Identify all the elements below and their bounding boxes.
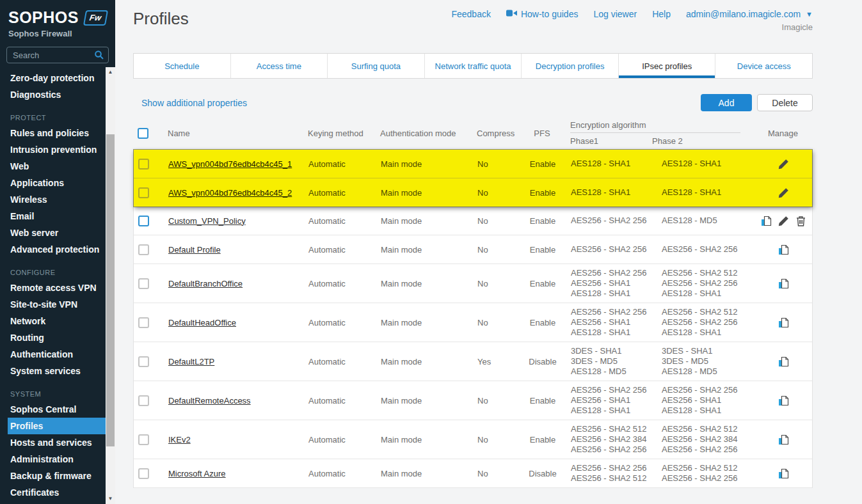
copy-icon[interactable] [778, 395, 789, 406]
copy-icon[interactable] [761, 216, 772, 226]
sidebar-item-backup-firmware[interactable]: Backup & firmware [8, 468, 106, 484]
tab-device-access[interactable]: Device access [715, 54, 812, 78]
profile-name-link[interactable]: DefaultRemoteAccess [168, 396, 251, 406]
copy-icon[interactable] [778, 434, 789, 445]
edit-icon[interactable] [778, 216, 789, 226]
table-row: DefaultRemoteAccessAutomaticMain modeNoE… [134, 381, 812, 420]
tab-schedule[interactable]: Schedule [134, 54, 231, 78]
how-to-guides-link[interactable]: How-to guides [506, 9, 579, 19]
row-checkbox[interactable] [138, 159, 149, 169]
copy-icon[interactable] [778, 278, 789, 289]
profile-name-link[interactable]: DefaultL2TP [168, 357, 214, 366]
scrollbar-thumb[interactable] [106, 134, 115, 446]
video-camera-icon [506, 9, 517, 19]
row-checkbox[interactable] [138, 244, 149, 255]
cell-manage [754, 425, 813, 453]
sidebar-item-web-server[interactable]: Web server [8, 224, 106, 241]
edit-icon[interactable] [778, 159, 789, 169]
delete-button[interactable]: Delete [757, 94, 813, 111]
sidebar-item-site-to-site-vpn[interactable]: Site-to-site VPN [8, 296, 106, 313]
cell-keying: Automatic [301, 150, 373, 178]
search-icon[interactable] [94, 50, 104, 63]
sidebar: SOPHOS Fw Sophos Firewall Zero-day prote… [0, 0, 115, 504]
cell-auth: Main mode [373, 150, 469, 178]
sidebar-section-system: SYSTEM [8, 388, 106, 400]
log-viewer-link[interactable]: Log viewer [593, 9, 637, 19]
profile-name-link[interactable]: AWS_vpn004bd76edb4cb4c45_1 [168, 159, 292, 169]
sidebar-nav: Zero-day protectionDiagnosticsPROTECTRul… [0, 70, 115, 501]
delete-icon[interactable] [795, 216, 806, 226]
account-menu[interactable]: admin@milano.imagicle.com ▼ [686, 9, 813, 19]
cell-compress: No [469, 150, 523, 178]
tab-ipsec-profiles[interactable]: IPsec profiles [619, 54, 716, 78]
sidebar-item-email[interactable]: Email [8, 208, 106, 224]
cell-phase2: AES128 - SHA1 [655, 178, 754, 207]
sidebar-item-authentication[interactable]: Authentication [8, 346, 106, 363]
cell-auth: Main mode [373, 425, 469, 453]
tab-access-time[interactable]: Access time [231, 54, 328, 78]
profile-name-link[interactable]: Custom_VPN_Policy [168, 216, 246, 226]
cell-phase2: AES128 - MD5 [655, 207, 754, 235]
edit-icon[interactable] [778, 187, 789, 198]
sidebar-item-remote-access-vpn[interactable]: Remote access VPN [8, 280, 106, 296]
profile-name-link[interactable]: Default Profile [168, 245, 221, 255]
cell-auth: Main mode [373, 178, 469, 207]
cell-compress: Yes [469, 347, 523, 375]
row-checkbox[interactable] [138, 216, 149, 226]
feedback-link[interactable]: Feedback [451, 9, 490, 19]
copy-icon[interactable] [778, 244, 789, 255]
search-input[interactable] [6, 47, 109, 63]
sidebar-item-applications[interactable]: Applications [8, 175, 106, 191]
sidebar-item-web[interactable]: Web [8, 158, 106, 175]
table-row: Custom_VPN_PolicyAutomaticMain modeNoEna… [134, 207, 812, 235]
row-checkbox[interactable] [138, 187, 149, 198]
cell-auth: Main mode [373, 459, 469, 487]
sidebar-item-zero-day-protection[interactable]: Zero-day protection [8, 70, 106, 86]
org-name: Imagicle [451, 22, 813, 32]
row-checkbox[interactable] [138, 356, 149, 367]
row-checkbox[interactable] [138, 434, 149, 445]
copy-icon[interactable] [778, 468, 789, 479]
row-checkbox[interactable] [138, 278, 149, 289]
sidebar-item-rules-and-policies[interactable]: Rules and policies [8, 125, 106, 141]
tab-network-traffic-quota[interactable]: Network traffic quota [425, 54, 522, 78]
sidebar-item-network[interactable]: Network [8, 313, 106, 329]
row-checkbox[interactable] [138, 468, 149, 479]
column-header-keying-method: Keying method [301, 116, 372, 150]
sidebar-item-wireless[interactable]: Wireless [8, 191, 106, 208]
brand-subtitle: Sophos Firewall [8, 29, 108, 38]
column-header-name: Name [160, 116, 301, 150]
show-additional-properties-link[interactable]: Show additional properties [141, 98, 247, 108]
scroll-up-icon[interactable]: ▲ [106, 67, 115, 77]
sidebar-item-sophos-central[interactable]: Sophos Central [8, 401, 106, 418]
sidebar-scrollbar[interactable]: ▲ ▼ [106, 67, 115, 504]
sidebar-item-hosts-and-services[interactable]: Hosts and services [8, 434, 106, 451]
profile-name-link[interactable]: DefaultHeadOffice [168, 318, 236, 327]
main-content: Profiles Feedback How-to guides Log view… [115, 0, 862, 504]
sidebar-item-certificates[interactable]: Certificates [8, 484, 106, 501]
sidebar-item-system-services[interactable]: System services [8, 363, 106, 379]
tab-decryption-profiles[interactable]: Decryption profiles [522, 54, 619, 78]
copy-icon[interactable] [778, 317, 789, 328]
scroll-down-icon[interactable]: ▼ [106, 494, 115, 504]
add-button[interactable]: Add [701, 94, 752, 111]
row-checkbox[interactable] [138, 395, 149, 406]
profile-name-link[interactable]: DefaultBranchOffice [168, 279, 243, 288]
cell-phase2: AES256 - SHA2 256 [655, 235, 754, 264]
profile-name-link[interactable]: Microsoft Azure [168, 469, 226, 478]
sidebar-item-profiles[interactable]: Profiles [8, 418, 106, 434]
tab-surfing-quota[interactable]: Surfing quota [328, 54, 425, 78]
help-link[interactable]: Help [652, 9, 671, 19]
sidebar-item-routing[interactable]: Routing [8, 329, 106, 346]
row-checkbox[interactable] [138, 317, 149, 328]
sidebar-item-diagnostics[interactable]: Diagnostics [8, 86, 106, 103]
column-header-compress: Compress [468, 116, 523, 150]
sidebar-item-administration[interactable]: Administration [8, 451, 106, 468]
table-row: AWS_vpn004bd76edb4cb4c45_1AutomaticMain … [134, 150, 812, 178]
sidebar-item-intrusion-prevention[interactable]: Intrusion prevention [8, 141, 106, 158]
select-all-checkbox[interactable] [138, 128, 148, 139]
sidebar-item-advanced-protection[interactable]: Advanced protection [8, 241, 106, 258]
profile-name-link[interactable]: IKEv2 [168, 435, 191, 445]
copy-icon[interactable] [778, 356, 789, 367]
profile-name-link[interactable]: AWS_vpn004bd76edb4cb4c45_2 [168, 188, 292, 198]
